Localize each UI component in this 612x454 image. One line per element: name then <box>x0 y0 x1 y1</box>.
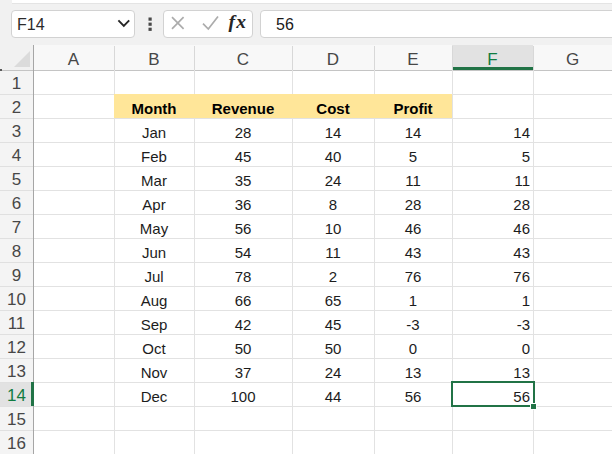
svg-text:fx: fx <box>229 11 248 32</box>
